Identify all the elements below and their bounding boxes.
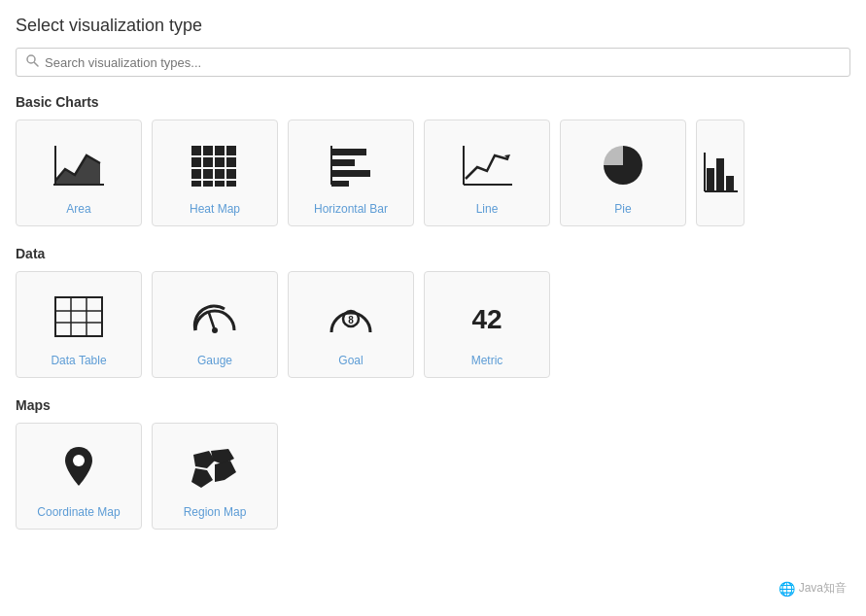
chart-label-coordinate-map: Coordinate Map: [37, 505, 120, 519]
svg-rect-33: [726, 176, 734, 191]
region-map-icon: [186, 439, 244, 497]
chart-card-gauge[interactable]: Gauge: [152, 271, 278, 378]
svg-marker-47: [191, 468, 213, 488]
svg-rect-12: [226, 157, 236, 167]
svg-rect-5: [191, 146, 201, 155]
chart-label-goal: Goal: [338, 354, 363, 367]
svg-point-0: [27, 55, 35, 63]
vertical-bar-icon: [696, 143, 745, 201]
chart-card-coordinate-map[interactable]: Coordinate Map: [16, 423, 142, 530]
svg-rect-32: [716, 158, 724, 191]
metric-icon: 42: [458, 288, 516, 346]
chart-card-goal[interactable]: 8 Goal: [288, 271, 414, 378]
basic-charts-grid: Area Heat Map: [16, 120, 850, 226]
svg-text:42: 42: [471, 304, 502, 334]
chart-label-region-map: Region Map: [184, 505, 247, 519]
pie-chart-icon: [594, 136, 652, 194]
chart-label-area: Area: [66, 202, 90, 216]
chart-label-gauge: Gauge: [197, 354, 232, 367]
svg-rect-10: [203, 157, 213, 167]
svg-marker-48: [215, 461, 236, 482]
svg-rect-14: [203, 169, 213, 179]
chart-card-metric[interactable]: 42 Metric: [424, 271, 550, 378]
svg-rect-9: [191, 157, 201, 167]
svg-marker-2: [55, 155, 100, 185]
svg-rect-7: [215, 146, 225, 155]
chart-card-heat-map[interactable]: Heat Map: [152, 120, 278, 226]
chart-label-line: Line: [476, 202, 499, 216]
chart-card-pie[interactable]: Pie: [560, 120, 686, 226]
coordinate-map-icon: [50, 439, 108, 497]
chart-label-pie: Pie: [614, 202, 631, 216]
gauge-icon: [186, 288, 244, 346]
line-chart-icon: [458, 136, 516, 194]
chart-card-line[interactable]: Line: [424, 120, 550, 226]
svg-rect-19: [215, 181, 225, 187]
svg-rect-11: [215, 157, 225, 167]
goal-icon: 8: [322, 288, 380, 346]
chart-label-horizontal-bar: Horizontal Bar: [314, 202, 388, 216]
search-container: [16, 48, 850, 77]
section-label-data: Data: [16, 246, 850, 261]
section-label-basic-charts: Basic Charts: [16, 94, 850, 110]
svg-rect-31: [707, 168, 714, 191]
search-input[interactable]: [45, 55, 840, 70]
svg-point-40: [212, 327, 218, 333]
svg-point-44: [73, 455, 85, 466]
svg-rect-15: [215, 169, 225, 179]
horizontal-bar-icon: [322, 136, 380, 194]
svg-rect-24: [331, 170, 370, 177]
svg-rect-17: [191, 181, 201, 187]
svg-rect-25: [331, 181, 349, 187]
svg-rect-20: [226, 181, 236, 187]
svg-rect-6: [203, 146, 213, 155]
svg-rect-34: [55, 297, 102, 336]
chart-label-heat-map: Heat Map: [190, 202, 240, 216]
heat-map-icon: [186, 136, 244, 194]
svg-text:8: 8: [348, 315, 354, 325]
chart-label-data-table: Data Table: [51, 354, 106, 367]
chart-card-vertical-partial[interactable]: [696, 120, 745, 226]
svg-rect-8: [226, 146, 236, 155]
page-title: Select visualization type: [16, 16, 850, 36]
chart-label-metric: Metric: [471, 354, 503, 367]
svg-rect-16: [226, 169, 236, 179]
maps-grid: Coordinate Map Region Map: [16, 423, 850, 530]
watermark: 🌐 Java知音: [779, 580, 847, 597]
chart-card-region-map[interactable]: Region Map: [152, 423, 278, 530]
section-label-maps: Maps: [16, 397, 850, 413]
svg-rect-13: [191, 169, 201, 179]
chart-card-horizontal-bar[interactable]: Horizontal Bar: [288, 120, 414, 226]
chart-card-data-table[interactable]: Data Table: [16, 271, 142, 378]
chart-card-area[interactable]: Area: [16, 120, 142, 226]
area-chart-icon: [50, 136, 108, 194]
svg-line-1: [35, 63, 39, 67]
search-icon: [26, 54, 39, 70]
data-table-icon: [50, 288, 108, 346]
svg-rect-23: [331, 159, 355, 166]
data-grid: Data Table Gauge 8 Goal: [16, 271, 850, 378]
svg-rect-22: [331, 149, 366, 155]
svg-rect-18: [203, 181, 213, 187]
